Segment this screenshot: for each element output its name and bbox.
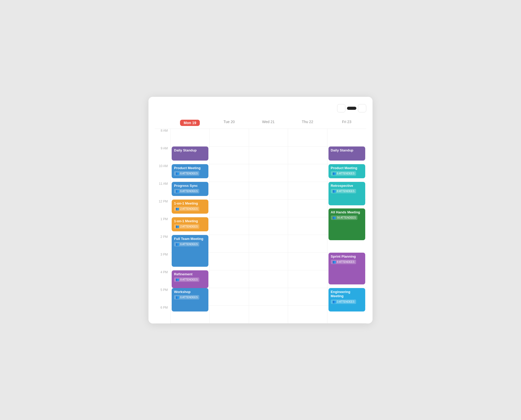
event-4-3[interactable]: All Hands Meeting👥56 ATTENDEES [328, 208, 365, 240]
attendees-icon: 👥 [176, 225, 179, 228]
attendees-icon: 👥 [176, 243, 179, 246]
time-slot-10: 6 PM [155, 306, 170, 323]
prev-button[interactable] [337, 104, 345, 112]
event-title: Product Meeting [174, 166, 206, 170]
day-cell-3-1 [288, 147, 327, 164]
day-cell-3-9 [288, 288, 327, 306]
day-cell-1-8 [210, 270, 249, 288]
time-slot-1: 9 AM [155, 147, 170, 164]
attendees-icon: 👥 [176, 278, 179, 281]
event-badge: 👥8 ATTENDEES [331, 260, 356, 264]
today-label: Mon 19 [180, 120, 200, 126]
event-title: 1-on-1 Meeting [174, 219, 206, 224]
day-cell-2-2 [249, 164, 288, 182]
event-4-4[interactable]: Sprint Planning👥8 ATTENDEES [328, 253, 365, 284]
event-title: Daily Standup [174, 148, 206, 153]
day-headers-row: Mon 19Tue 20Wed 21Thu 22Fri 23 [155, 118, 366, 129]
calendar-container: Mon 19Tue 20Wed 21Thu 22Fri 23 8 AM9 AM1… [148, 97, 373, 323]
time-slot-7: 3 PM [155, 253, 170, 270]
day-cell-0-0 [171, 129, 209, 147]
time-slot-6: 2 PM [155, 235, 170, 253]
event-badge: 👥6 ATTENDEES [331, 171, 356, 176]
day-cell-2-7 [249, 253, 288, 270]
event-0-3[interactable]: 1-on-1 Meeting👥2 ATTENDEES [172, 200, 208, 214]
day-cell-1-2 [210, 164, 249, 182]
event-0-5[interactable]: Full Team Meeting👥6 ATTENDEES [172, 235, 208, 267]
event-badge: 👥2 ATTENDEES [174, 224, 199, 229]
attendees-icon: 👥 [332, 300, 336, 303]
attendees-icon: 👥 [332, 172, 336, 175]
event-0-7[interactable]: Workshop👥6 ATTENDEES [172, 288, 208, 311]
day-cell-1-9 [210, 288, 249, 306]
time-column: 8 AM9 AM10 AM11 AM12 PM1 PM2 PM3 PM4 PM5… [155, 129, 170, 323]
day-col-3 [288, 129, 327, 323]
day-cell-2-5 [249, 217, 288, 235]
day-cell-2-6 [249, 235, 288, 253]
day-cell-2-0 [249, 129, 288, 147]
time-slot-5: 1 PM [155, 217, 170, 235]
day-cell-1-3 [210, 182, 249, 200]
event-badge: 👥6 ATTENDEES [174, 189, 199, 193]
day-cell-3-2 [288, 164, 327, 182]
day-header-4: Fri 23 [327, 118, 366, 129]
time-slot-8: 4 PM [155, 270, 170, 288]
event-4-1[interactable]: Product Meeting👥6 ATTENDEES [328, 164, 365, 178]
attendees-icon: 👥 [332, 189, 336, 193]
calendar-grid: Mon 19Tue 20Wed 21Thu 22Fri 23 8 AM9 AM1… [155, 118, 366, 323]
event-badge: 👥6 ATTENDEES [174, 171, 199, 176]
event-badge: 👥56 ATTENDEES [331, 215, 358, 220]
event-title: Engineering Meeting [331, 290, 363, 299]
day-header-1: Tue 20 [209, 118, 249, 129]
time-grid: 8 AM9 AM10 AM11 AM12 PM1 PM2 PM3 PM4 PM5… [155, 129, 366, 323]
time-slot-4: 12 PM [155, 200, 170, 217]
day-cell-3-5 [288, 217, 327, 235]
event-title: All Hands Meeting [331, 210, 363, 215]
time-slot-3: 11 AM [155, 182, 170, 200]
day-col-2 [249, 129, 288, 323]
time-slot-2: 10 AM [155, 164, 170, 182]
day-cell-3-3 [288, 182, 327, 200]
event-title: 1-on-1 Meeting [174, 201, 206, 206]
day-cell-3-4 [288, 200, 327, 217]
attendees-icon: 👥 [332, 260, 336, 264]
time-slot-0: 8 AM [155, 129, 170, 147]
attendees-icon: 👥 [332, 216, 336, 219]
attendees-icon: 👥 [176, 296, 179, 299]
day-cell-1-5 [210, 217, 249, 235]
day-cell-2-8 [249, 270, 288, 288]
event-title: Product Meeting [331, 166, 363, 170]
event-0-2[interactable]: Progress Sync👥6 ATTENDEES [172, 182, 208, 196]
event-0-1[interactable]: Product Meeting👥6 ATTENDEES [172, 164, 208, 178]
event-title: Retrospective [331, 184, 363, 188]
today-button[interactable] [347, 107, 356, 110]
day-cell-1-4 [210, 200, 249, 217]
day-cell-4-0 [327, 129, 366, 147]
event-4-5[interactable]: Engineering Meeting👥3 ATTENDEES [328, 288, 365, 311]
day-cell-3-8 [288, 270, 327, 288]
event-title: Workshop [174, 290, 206, 294]
calendar-header [155, 104, 366, 112]
day-col-4: Daily StandupProduct Meeting👥6 ATTENDEES… [327, 129, 366, 323]
day-header-0: Mon 19 [170, 118, 209, 129]
event-0-4[interactable]: 1-on-1 Meeting👥2 ATTENDEES [172, 217, 208, 231]
event-title: Progress Sync [174, 184, 206, 188]
day-cell-2-1 [249, 147, 288, 164]
day-cell-1-7 [210, 253, 249, 270]
event-4-2[interactable]: Retrospective👥8 ATTENDEES [328, 182, 365, 205]
event-title: Sprint Planning [331, 254, 363, 259]
day-cell-2-10 [249, 306, 288, 323]
event-badge: 👥8 ATTENDEES [174, 277, 199, 282]
day-cell-1-0 [210, 129, 249, 147]
event-0-6[interactable]: Refinement👥8 ATTENDEES [172, 270, 208, 288]
event-title: Daily Standup [331, 148, 363, 153]
attendees-icon: 👥 [176, 189, 179, 193]
day-cell-3-7 [288, 253, 327, 270]
day-cell-1-1 [210, 147, 249, 164]
event-title: Refinement [174, 272, 206, 277]
event-4-0[interactable]: Daily Standup [328, 147, 365, 161]
day-cell-2-3 [249, 182, 288, 200]
event-0-0[interactable]: Daily Standup [172, 147, 208, 161]
event-badge: 👥3 ATTENDEES [331, 300, 356, 304]
next-button[interactable] [358, 104, 366, 112]
day-cell-3-0 [288, 129, 327, 147]
